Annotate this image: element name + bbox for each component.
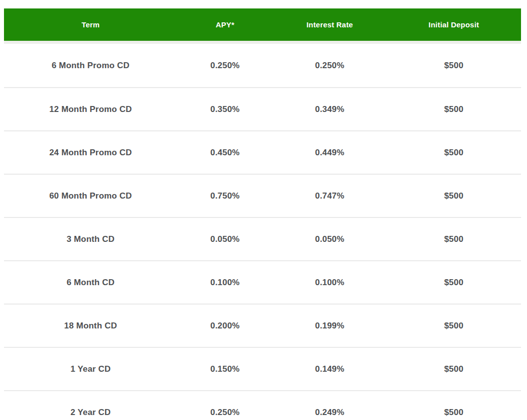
cell-initial-deposit: $500 (387, 234, 521, 244)
cell-term: 18 Month CD (4, 321, 177, 331)
cell-interest-rate: 0.747% (273, 191, 387, 201)
column-header-initial-deposit: Initial Deposit (387, 20, 521, 29)
column-header-interest-rate: Interest Rate (273, 20, 387, 29)
table-row: 1 Year CD0.150%0.149%$500 (4, 347, 521, 390)
cell-initial-deposit: $500 (387, 191, 521, 201)
cell-apy: 0.100% (177, 278, 273, 288)
cell-interest-rate: 0.349% (273, 105, 387, 114)
cell-initial-deposit: $500 (387, 364, 521, 374)
cell-interest-rate: 0.100% (273, 278, 387, 288)
column-header-term: Term (4, 20, 177, 29)
cell-interest-rate: 0.249% (273, 408, 387, 418)
table-row: 12 Month Promo CD0.350%0.349%$500 (4, 87, 521, 130)
cell-apy: 0.200% (177, 321, 273, 331)
table-body: 6 Month Promo CD0.250%0.250%$50012 Month… (4, 44, 521, 420)
cell-initial-deposit: $500 (387, 278, 521, 288)
cell-term: 3 Month CD (4, 234, 177, 244)
cd-rates-table: Term APY* Interest Rate Initial Deposit … (4, 8, 521, 420)
table-header-row: Term APY* Interest Rate Initial Deposit (4, 8, 521, 44)
cell-term: 1 Year CD (4, 364, 177, 374)
cell-apy: 0.250% (177, 61, 273, 71)
cell-apy: 0.750% (177, 191, 273, 201)
table-row: 6 Month CD0.100%0.100%$500 (4, 260, 521, 304)
cell-interest-rate: 0.449% (273, 148, 387, 158)
cell-interest-rate: 0.149% (273, 364, 387, 374)
cell-initial-deposit: $500 (387, 321, 521, 331)
cell-apy: 0.250% (177, 408, 273, 418)
table-row: 2 Year CD0.250%0.249%$500 (4, 390, 521, 420)
cell-initial-deposit: $500 (387, 105, 521, 114)
cell-apy: 0.050% (177, 234, 273, 244)
column-header-apy: APY* (177, 20, 273, 29)
table-row: 60 Month Promo CD0.750%0.747%$500 (4, 174, 521, 217)
cell-apy: 0.150% (177, 364, 273, 374)
cell-interest-rate: 0.199% (273, 321, 387, 331)
cell-initial-deposit: $500 (387, 408, 521, 418)
cell-interest-rate: 0.250% (273, 61, 387, 71)
cell-term: 12 Month Promo CD (4, 105, 177, 114)
table-row: 24 Month Promo CD0.450%0.449%$500 (4, 130, 521, 174)
cell-apy: 0.350% (177, 105, 273, 114)
cell-term: 24 Month Promo CD (4, 148, 177, 158)
cell-initial-deposit: $500 (387, 148, 521, 158)
cell-term: 2 Year CD (4, 408, 177, 418)
table-row: 6 Month Promo CD0.250%0.250%$500 (4, 44, 521, 87)
cell-term: 60 Month Promo CD (4, 191, 177, 201)
table-row: 18 Month CD0.200%0.199%$500 (4, 304, 521, 347)
cell-apy: 0.450% (177, 148, 273, 158)
table-row: 3 Month CD0.050%0.050%$500 (4, 217, 521, 260)
cell-interest-rate: 0.050% (273, 234, 387, 244)
cell-initial-deposit: $500 (387, 61, 521, 71)
cell-term: 6 Month Promo CD (4, 61, 177, 71)
cell-term: 6 Month CD (4, 278, 177, 288)
